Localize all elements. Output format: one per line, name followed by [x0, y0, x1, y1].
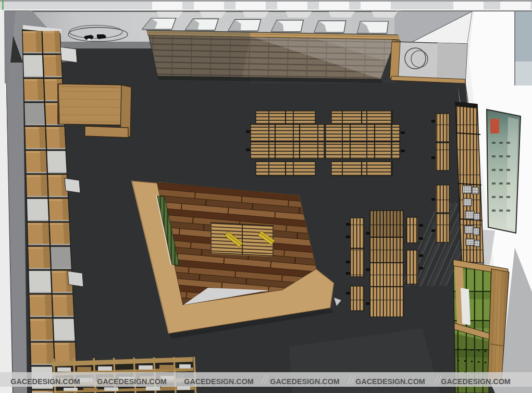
- svg-text:GACEDESIGN.COM: GACEDESIGN.COM: [10, 377, 80, 386]
- svg-text:GACEDESIGN.COM: GACEDESIGN.COM: [97, 377, 166, 386]
- svg-text:GACEDESIGN.COM: GACEDESIGN.COM: [355, 377, 425, 386]
- svg-text:GACEDESIGN.COM: GACEDESIGN.COM: [184, 377, 253, 386]
- svg-text:GACEDESIGN.COM: GACEDESIGN.COM: [441, 377, 510, 386]
- svg-text:GACEDESIGN.COM: GACEDESIGN.COM: [270, 377, 339, 386]
